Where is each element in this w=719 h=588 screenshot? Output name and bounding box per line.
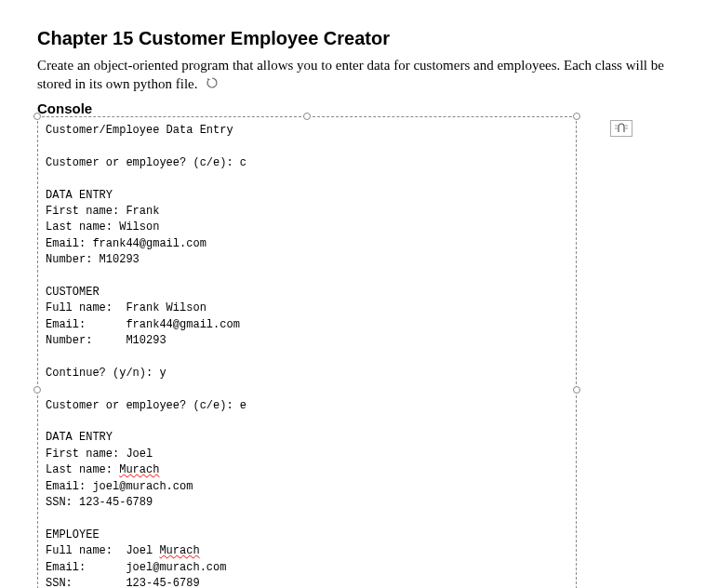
resize-handle-top-right[interactable] [573, 113, 580, 120]
resize-handle-top-middle[interactable] [303, 113, 311, 120]
console-line: Customer or employee? (c/e): e [46, 399, 246, 412]
console-line: Email: joel@murach.com [46, 480, 193, 493]
description-text: Create an object-oriented program that a… [37, 57, 682, 95]
console-line: Customer/Employee Data Entry [46, 124, 233, 137]
description-content: Create an object-oriented program that a… [37, 58, 664, 91]
console-line: SSN: 123-45-6789 [46, 496, 153, 509]
console-line: Last name: Wilson [46, 220, 159, 234]
layout-options-icon[interactable] [610, 120, 632, 137]
console-textbox[interactable]: Customer/Employee Data Entry Customer or… [37, 116, 577, 588]
console-line: Email: frank44@gmail.com [46, 318, 240, 331]
spellcheck-squiggle: Murach [159, 544, 199, 557]
page-title: Chapter 15 Customer Employee Creator [37, 28, 682, 49]
console-line: Number: M10293 [46, 334, 166, 347]
spellcheck-squiggle: Murach [119, 463, 159, 476]
console-line: Full name: Joel [46, 544, 159, 557]
console-line: DATA ENTRY [46, 431, 113, 444]
console-label: Console [37, 100, 682, 116]
console-line: SSN: 123-45-6789 [46, 577, 200, 588]
resize-handle-top-left[interactable] [33, 113, 41, 120]
console-line: EMPLOYEE [46, 528, 100, 541]
console-line: Last name: [46, 463, 119, 476]
console-line: Email: frank44@gmail.com [46, 237, 206, 250]
resize-handle-middle-left[interactable] [33, 386, 41, 394]
console-line: CUSTOMER [46, 286, 100, 299]
rotate-icon[interactable] [205, 75, 220, 96]
console-line: Continue? (y/n): y [46, 367, 166, 380]
console-line: Number: M10293 [46, 253, 140, 266]
resize-handle-middle-right[interactable] [573, 386, 580, 394]
console-line: Email: joel@murach.com [46, 561, 226, 574]
console-line: First name: Frank [46, 205, 159, 218]
console-line: Full name: Frank Wilson [46, 301, 206, 314]
console-line: First name: Joel [46, 448, 153, 461]
console-wrapper: Customer/Employee Data Entry Customer or… [37, 116, 577, 588]
console-line: DATA ENTRY [46, 189, 113, 202]
console-line: Customer or employee? (c/e): c [46, 156, 246, 169]
